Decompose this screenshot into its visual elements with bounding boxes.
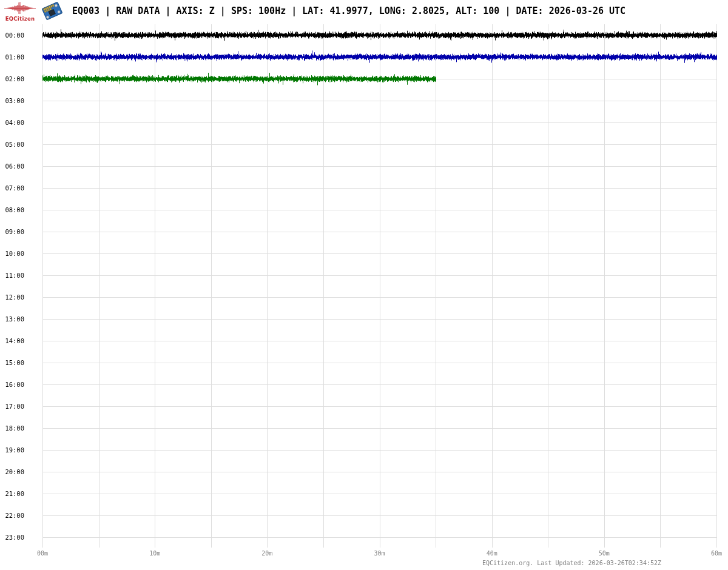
x-tick-label: 20m: [249, 550, 285, 557]
y-tick-label: 23:00: [0, 534, 24, 541]
y-tick-label: 03:00: [0, 97, 24, 104]
y-tick-label: 08:00: [0, 206, 24, 213]
y-tick-label: 19:00: [0, 446, 24, 454]
x-tick-label: 60m: [698, 550, 728, 557]
eqcitizen-logo: EQCitizen: [4, 2, 36, 22]
y-tick-label: 18:00: [0, 424, 24, 432]
x-tick-label: 10m: [136, 550, 173, 557]
y-tick-label: 11:00: [0, 272, 24, 279]
y-tick-label: 02:00: [0, 75, 24, 82]
y-tick-label: 16:00: [0, 381, 24, 388]
sensor-board-icon: [39, 1, 66, 21]
y-tick-label: 12:00: [0, 293, 24, 301]
x-tick-label: 00m: [24, 550, 61, 557]
header-bar: EQCitizen EQ003 | RAW DATA | AXIS: Z | S: [0, 0, 728, 23]
y-tick-label: 04:00: [0, 119, 24, 126]
x-tick-label: 50m: [586, 550, 622, 557]
y-tick-label: 21:00: [0, 490, 24, 497]
y-tick-label: 05:00: [0, 141, 24, 148]
y-tick-label: 17:00: [0, 403, 24, 410]
y-tick-label: 06:00: [0, 163, 24, 170]
y-tick-label: 07:00: [0, 184, 24, 192]
y-tick-label: 14:00: [0, 337, 24, 344]
y-tick-label: 09:00: [0, 228, 24, 235]
y-tick-label: 10:00: [0, 250, 24, 257]
page-title: EQ003 | RAW DATA | AXIS: Z | SPS: 100Hz …: [72, 5, 625, 16]
eqcitizen-logo-wordmark: EQCitizen: [4, 16, 36, 22]
y-tick-label: 01:00: [0, 53, 24, 61]
y-tick-label: 13:00: [0, 315, 24, 323]
y-tick-label: 22:00: [0, 512, 24, 519]
helicorder-page: { "header": { "logo_text": "EQCitizen", …: [0, 0, 728, 570]
y-tick-label: 00:00: [0, 32, 24, 39]
x-tick-label: 40m: [474, 550, 510, 557]
y-tick-label: 20:00: [0, 468, 24, 475]
x-tick-label: 30m: [362, 550, 398, 557]
eqcitizen-waveform-icon: [4, 2, 36, 14]
footer-credit: EQCitizen.org. Last Updated: 2026-03-26T…: [482, 560, 661, 566]
helicorder-plot-canvas: [0, 0, 728, 570]
y-tick-label: 15:00: [0, 359, 24, 366]
